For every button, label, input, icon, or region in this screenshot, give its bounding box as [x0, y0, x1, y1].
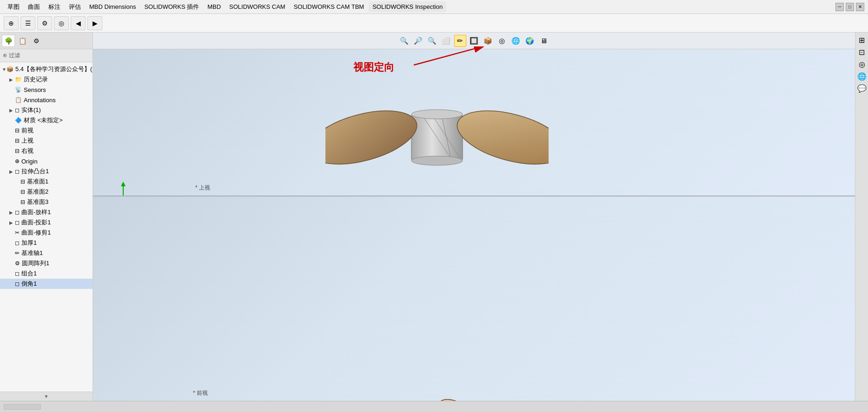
tree-material[interactable]: 🔷 材质 <未指定> — [0, 115, 93, 125]
tree-right-view[interactable]: ⊟ 右视 — [0, 146, 93, 156]
tree-annotations[interactable]: 📋 Annotations — [0, 95, 93, 105]
view-btn-zoom[interactable]: 🔍 — [398, 35, 411, 47]
view-btn-lights[interactable]: 🌐 — [510, 35, 522, 47]
loft1-icon: ◻ — [15, 209, 20, 216]
material-expand-icon — [9, 118, 15, 123]
close-button[interactable]: ✕ — [856, 3, 864, 11]
tree-history[interactable]: ▶ 📁 历史记录 — [0, 74, 93, 85]
menu-sw-inspection[interactable]: SOLIDWORKS Inspection — [369, 1, 446, 12]
root-label: 5.4【各种学习资源公众号】( — [15, 65, 92, 73]
viewport-bottom[interactable]: Y X * 前视 — [93, 196, 855, 401]
tree-top-view[interactable]: ⊟ 上视 — [0, 136, 93, 146]
restore-button[interactable]: □ — [846, 3, 854, 11]
menu-bar: 草图 曲面 标注 评估 MBD Dimensions SOLIDWORKS 插件… — [0, 0, 868, 14]
status-scrollbar[interactable] — [4, 404, 41, 410]
tree-plane3[interactable]: ⊟ 基准面3 — [0, 197, 93, 207]
panel-collapse-bar[interactable]: ▼ — [0, 392, 93, 401]
menu-mbd[interactable]: MBD — [204, 1, 225, 12]
annotation-text: 视图定向 — [353, 61, 394, 73]
project1-label: 曲面-投影1 — [21, 218, 51, 227]
tree-front-view[interactable]: ⊟ 前视 — [0, 125, 93, 136]
trim1-icon: ✂ — [15, 229, 20, 236]
root-expand-icon: ▼ — [2, 67, 7, 72]
combine1-icon: ◻ — [15, 270, 20, 277]
project1-expand: ▶ — [9, 220, 15, 225]
front-view-label: 前视 — [21, 126, 33, 135]
chamfer1-label: 倒角1 — [21, 280, 37, 288]
menu-qumian[interactable]: 曲面 — [24, 1, 44, 13]
propeller-top-view — [325, 86, 549, 189]
view-btn-3d[interactable]: 📦 — [482, 35, 494, 47]
status-bar — [0, 401, 868, 412]
view-btn-box[interactable]: ⬜ — [440, 35, 452, 47]
tree-trim1[interactable]: ✂ 曲面-修剪1 — [0, 228, 93, 238]
annotation-arrow — [409, 46, 502, 74]
thicken1-label: 加厚1 — [21, 239, 37, 247]
tree-plane1[interactable]: ⊟ 基准面1 — [0, 177, 93, 187]
plane2-icon: ⊟ — [20, 189, 25, 195]
tree-solid[interactable]: ▶ ◻ 实体(1) — [0, 105, 93, 115]
toolbar-btn-4[interactable]: ◎ — [54, 16, 69, 30]
tree-root[interactable]: ▼ 📦 5.4【各种学习资源公众号】( — [0, 64, 93, 74]
annotations-icon: 📋 — [15, 97, 22, 103]
menu-caotu[interactable]: 草图 — [4, 1, 23, 13]
extrude1-expand: ▶ — [9, 169, 15, 174]
view-btn-screen[interactable]: 🖥 — [538, 35, 550, 47]
project1-icon: ◻ — [15, 219, 20, 226]
tree-extrude1[interactable]: ▶ ◻ 拉伸凸台1 — [0, 166, 93, 177]
tree-sensors[interactable]: 📡 Sensors — [0, 85, 93, 95]
circ1-icon: ⚙ — [15, 260, 20, 267]
plane1-expand — [15, 179, 20, 184]
tree-loft1[interactable]: ▶ ◻ 曲面-放样1 — [0, 207, 93, 217]
sensors-icon: 📡 — [15, 86, 22, 93]
tree-thicken1[interactable]: ◻ 加厚1 — [0, 238, 93, 248]
right-tab-3[interactable]: ◎ — [856, 59, 868, 70]
toolbar-btn-nav-right[interactable]: ▶ — [87, 16, 102, 30]
view-btn-scene[interactable]: 🌍 — [524, 35, 536, 47]
toolbar-btn-2[interactable]: ☰ — [20, 16, 35, 30]
tree-combine1[interactable]: ◻ 组合1 — [0, 268, 93, 279]
svg-point-14 — [411, 156, 463, 165]
panel-tab-props[interactable]: 📋 — [16, 35, 29, 47]
minimize-button[interactable]: ─ — [835, 3, 844, 11]
menu-biaozu[interactable]: 标注 — [45, 1, 64, 13]
tree-project1[interactable]: ▶ ◻ 曲面-投影1 — [0, 217, 93, 228]
material-icon: 🔷 — [15, 117, 22, 124]
axis1-label: 基准轴1 — [21, 249, 43, 257]
svg-marker-3 — [121, 182, 126, 186]
right-tab-1[interactable]: ⊞ — [856, 34, 868, 46]
propeller-front-view — [344, 368, 586, 401]
view-btn-display[interactable]: ◎ — [496, 35, 508, 47]
menu-sw-cam[interactable]: SOLIDWORKS CAM — [225, 1, 289, 12]
view-btn-section[interactable]: 🔲 — [468, 35, 480, 47]
panel-tab-config[interactable]: ⚙ — [30, 35, 43, 47]
tree-axis1[interactable]: ✏ 基准轴1 — [0, 248, 93, 258]
tree-plane2[interactable]: ⊟ 基准面2 — [0, 187, 93, 197]
view-btn-orient[interactable]: ✏ — [454, 35, 466, 47]
menu-sw-plugin[interactable]: SOLIDWORKS 插件 — [140, 1, 203, 13]
circ1-label: 圆周阵列1 — [22, 259, 49, 268]
tree-chamfer1[interactable]: ◻ 倒角1 — [0, 279, 93, 289]
tree-circular-pattern1[interactable]: ⚙ 圆周阵列1 — [0, 258, 93, 268]
panel-tab-tree[interactable]: 🌳 — [2, 35, 15, 47]
loft1-label: 曲面-放样1 — [21, 208, 51, 216]
left-panel: 🌳 📋 ⚙ ⊕ 过滤 ▼ 📦 5.4【各种学习资源公众号】( ▶ 📁 历史记录 — [0, 33, 93, 401]
view-btn-zoom3[interactable]: 🔍 — [426, 35, 438, 47]
toolbar-btn-nav-left[interactable]: ◀ — [71, 16, 86, 30]
right-tab-2[interactable]: ⊡ — [856, 46, 868, 58]
right-tab-4[interactable]: 🌐 — [856, 71, 868, 82]
toolbar-btn-3[interactable]: ⚙ — [37, 16, 52, 30]
origin-label: Origin — [21, 158, 38, 165]
right-tab-5[interactable]: 💬 — [856, 83, 868, 94]
toolbar-btn-1[interactable]: ⊕ — [4, 16, 19, 30]
menu-pinggu[interactable]: 评估 — [65, 1, 85, 13]
tree-origin[interactable]: ⊕ Origin — [0, 156, 93, 166]
menu-mbd-dimensions[interactable]: MBD Dimensions — [86, 1, 139, 12]
thicken1-icon: ◻ — [15, 240, 20, 246]
plane3-label: 基准面3 — [27, 198, 48, 206]
right-view-icon: ⊟ — [15, 148, 20, 154]
menu-sw-cam-tbm[interactable]: SOLIDWORKS CAM TBM — [290, 1, 368, 12]
loft1-expand: ▶ — [9, 210, 15, 215]
solid-label: 实体(1) — [21, 106, 41, 114]
view-btn-zoom2[interactable]: 🔎 — [412, 35, 424, 47]
